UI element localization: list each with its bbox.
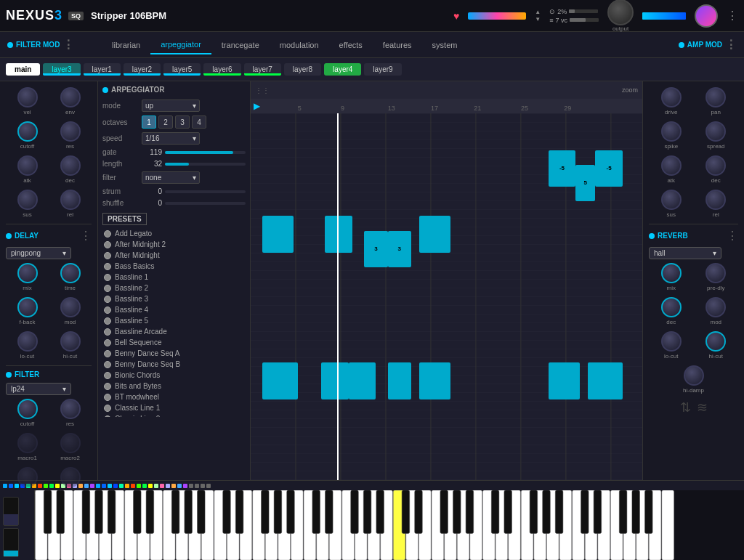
preset-item[interactable]: Bassline 3 <box>102 293 246 304</box>
arp-mode-select[interactable]: up ▾ <box>142 100 200 112</box>
arp-shuffle-slider[interactable] <box>165 202 246 205</box>
preset-item[interactable]: Bionic Chords <box>102 370 246 381</box>
preset-item[interactable]: Benny Dance Seq B <box>102 359 246 370</box>
preset-item[interactable]: Bassline 4 <box>102 304 246 315</box>
tab-modulation[interactable]: modulation <box>270 36 329 54</box>
arp-speed-select[interactable]: 1/16 ▾ <box>142 132 200 145</box>
preset-item[interactable]: Bass Basics <box>102 261 246 272</box>
preset-item[interactable]: Bell Sequence <box>102 337 246 348</box>
preset-name[interactable]: Stripper 106BPM <box>91 10 166 21</box>
reverb-mode-select[interactable]: hall ▾ <box>649 247 721 259</box>
filter-mod-env-knob[interactable] <box>60 87 81 107</box>
oct-btn-3[interactable]: 3 <box>175 115 190 129</box>
amp-mod-dots-icon[interactable]: ⋮ <box>725 38 737 52</box>
preset-item[interactable]: Classic Line 1 <box>102 402 246 413</box>
filter-mod-res-knob[interactable] <box>60 121 81 142</box>
waveform-icon[interactable]: ≋ <box>697 399 708 415</box>
pitch-bend-control[interactable] <box>3 497 19 526</box>
oct-btn-2[interactable]: 2 <box>158 115 173 129</box>
layer-tab-layer9[interactable]: layer9 <box>364 63 401 76</box>
mod-wheel-control[interactable] <box>3 528 19 557</box>
filter-mod-dec-knob[interactable] <box>60 155 81 176</box>
note-block-pos5[interactable]: 5 <box>575 165 595 202</box>
preset-item[interactable]: Bassline 1 <box>102 272 246 283</box>
oct-btn-1[interactable]: 1 <box>142 115 156 129</box>
menu-dots-icon[interactable]: ⋮ <box>727 9 738 23</box>
preset-item[interactable]: After Midnight 2 <box>102 239 246 250</box>
note-block-1[interactable] <box>262 216 294 253</box>
layer-tab-layer1[interactable]: layer1 <box>84 63 121 76</box>
layer-tab-main[interactable]: main <box>6 63 40 76</box>
delay-locut-knob[interactable] <box>17 331 38 352</box>
delay-mode-select[interactable]: pingpong ▾ <box>6 247 71 259</box>
macro4-knob[interactable] <box>60 467 81 487</box>
arp-power-icon[interactable] <box>102 87 108 93</box>
preset-item[interactable]: Add Legato <box>102 228 246 239</box>
note-block-4[interactable]: 3 <box>388 231 411 268</box>
arp-strum-slider[interactable] <box>165 190 246 193</box>
arp-length-slider[interactable] <box>165 163 246 166</box>
amp-spike-knob[interactable] <box>661 121 682 142</box>
note-block-neg5-1[interactable]: -5 <box>549 150 576 187</box>
heart-icon[interactable]: ♥ <box>453 10 459 22</box>
reverb-mod-knob[interactable] <box>705 297 726 317</box>
filter-mod-power-icon[interactable] <box>7 42 13 48</box>
tab-arpeggiator[interactable]: arpeggiator <box>150 36 211 54</box>
reverb-locut-knob[interactable] <box>661 331 682 352</box>
note-block-bot-4[interactable] <box>388 362 411 399</box>
note-block-2[interactable] <box>325 216 352 253</box>
zoom-button[interactable]: zoom <box>622 86 638 94</box>
note-block-bot-7[interactable] <box>588 362 623 399</box>
preset-item[interactable]: Bassline 5 <box>102 315 246 326</box>
reverb-hicut-knob[interactable] <box>705 331 726 352</box>
amp-drive-knob[interactable] <box>661 87 682 107</box>
delay-fback-knob[interactable] <box>17 297 38 317</box>
reverb-dots-icon[interactable]: ⋮ <box>727 229 738 243</box>
tab-features[interactable]: features <box>373 36 422 54</box>
filter-mod-cutoff-knob[interactable] <box>17 121 38 142</box>
amp-spread-knob[interactable] <box>705 121 726 142</box>
note-block-bot-5[interactable] <box>419 362 450 399</box>
reverb-power-icon[interactable] <box>649 233 655 239</box>
note-block-bot-6[interactable] <box>549 362 580 399</box>
tab-librarian[interactable]: librarian <box>102 36 150 54</box>
layer-tab-layer6[interactable]: layer6 <box>203 63 240 76</box>
note-block-bot-2[interactable] <box>321 362 349 399</box>
filter-mod-vel-knob[interactable] <box>17 87 38 107</box>
arp-filter-select[interactable]: none ▾ <box>142 171 200 184</box>
macro1-knob[interactable] <box>17 433 38 453</box>
delay-hicut-knob[interactable] <box>60 331 81 352</box>
preset-item[interactable]: Bits and Bytes <box>102 381 246 391</box>
note-block-5[interactable] <box>419 216 450 253</box>
amp-mod-power-icon[interactable] <box>679 42 684 48</box>
delay-dots-icon[interactable]: ⋮ <box>80 229 92 243</box>
filter-mod-dots-icon[interactable]: ⋮ <box>62 38 74 52</box>
amp-atk-knob[interactable] <box>661 155 682 176</box>
delay-power-icon[interactable] <box>6 233 12 239</box>
amp-pan-knob[interactable] <box>705 87 726 107</box>
shuffle-icon[interactable]: ⇅ <box>680 399 691 415</box>
filter-cutoff-knob[interactable] <box>17 399 38 419</box>
filter-mode-select[interactable]: lp24 ▾ <box>6 383 71 395</box>
reverb-mix-knob[interactable] <box>661 263 682 283</box>
layer-tab-layer5[interactable]: layer5 <box>163 63 201 76</box>
reverb-hidamp-knob[interactable] <box>684 365 704 386</box>
arp-gate-slider[interactable] <box>165 151 246 154</box>
piano-svg[interactable] <box>35 490 744 560</box>
tab-system[interactable]: system <box>422 36 468 54</box>
note-block-bot-1[interactable] <box>262 362 298 399</box>
delay-mix-knob[interactable] <box>17 263 38 283</box>
reverb-predly-knob[interactable] <box>705 263 726 283</box>
preset-item[interactable]: Benny Dance Seq A <box>102 348 246 359</box>
tab-trancegate[interactable]: trancegate <box>211 36 270 54</box>
note-block-neg5-2[interactable]: -5 <box>595 150 623 187</box>
filter-mod-sus-knob[interactable] <box>17 190 38 210</box>
amp-sus-knob[interactable] <box>661 190 682 210</box>
arrows-icon[interactable]: ▲▼ <box>535 9 541 23</box>
note-block-bot-3[interactable] <box>349 362 376 399</box>
note-block-3[interactable]: 3 <box>364 231 387 268</box>
amp-rel-knob[interactable] <box>705 190 726 210</box>
filter-power-icon[interactable] <box>6 372 12 378</box>
preset-item[interactable]: After Midnight <box>102 250 246 261</box>
preset-item[interactable]: Bassline Arcade <box>102 326 246 337</box>
